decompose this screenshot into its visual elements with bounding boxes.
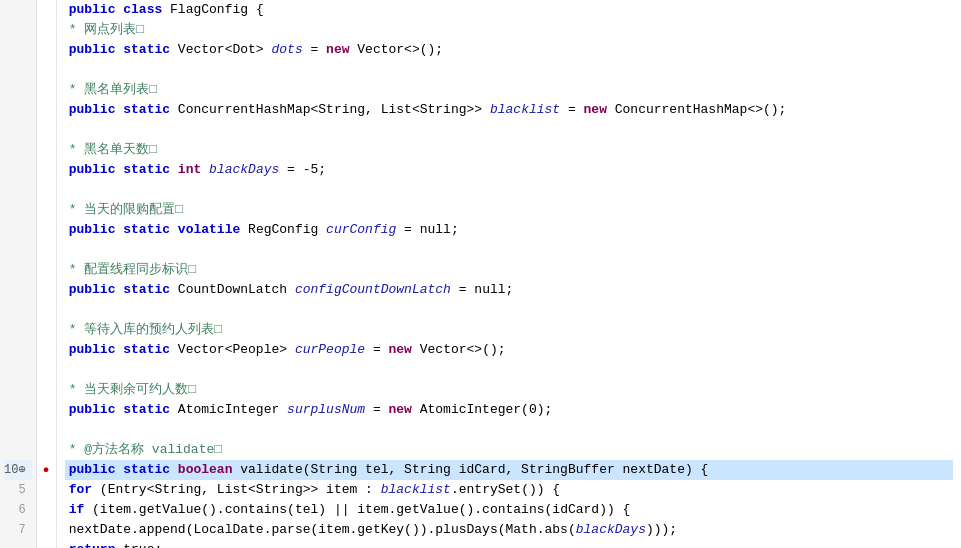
code-line: public static int blackDays = -5; bbox=[65, 160, 953, 180]
token-italic-blue: blacklist bbox=[381, 482, 451, 497]
line-marker bbox=[37, 200, 56, 220]
token-plain: = -5; bbox=[279, 162, 326, 177]
code-line bbox=[65, 120, 953, 140]
token-kw: static bbox=[123, 42, 178, 57]
token-plain: AtomicInteger(0); bbox=[412, 402, 552, 417]
token-kw: public bbox=[69, 162, 124, 177]
token-italic-blue: surplusNum bbox=[287, 402, 365, 417]
line-marker bbox=[37, 480, 56, 500]
line-numbers: 10⊕567 bbox=[0, 0, 37, 548]
code-line: if (item.getValue().contains(tel) || ite… bbox=[65, 500, 953, 520]
code-line: nextDate.append(LocalDate.parse(item.get… bbox=[65, 520, 953, 540]
token-kw: class bbox=[123, 2, 170, 17]
token-italic-blue: curPeople bbox=[295, 342, 365, 357]
token-kw: public bbox=[69, 102, 124, 117]
code-line: public static AtomicInteger surplusNum =… bbox=[65, 400, 953, 420]
token-plain: = bbox=[303, 42, 326, 57]
line-marker bbox=[37, 380, 56, 400]
line-number bbox=[4, 40, 32, 60]
token-italic-blue: curConfig bbox=[326, 222, 396, 237]
token-kw: return bbox=[69, 542, 116, 548]
line-number bbox=[4, 300, 32, 320]
line-number bbox=[4, 180, 32, 200]
code-line bbox=[65, 240, 953, 260]
code-line: public static Vector<Dot> dots = new Vec… bbox=[65, 40, 953, 60]
line-marker bbox=[37, 120, 56, 140]
token-plain: validate(String tel, String idCard, Stri… bbox=[232, 462, 708, 477]
token-plain: .entrySet()) { bbox=[451, 482, 560, 497]
token-kw2: new bbox=[389, 342, 412, 357]
line-marker bbox=[37, 220, 56, 240]
line-marker bbox=[37, 420, 56, 440]
line-markers: ● bbox=[37, 0, 57, 548]
code-line: * 黑名单天数□ bbox=[65, 140, 953, 160]
code-line bbox=[65, 420, 953, 440]
line-marker bbox=[37, 60, 56, 80]
line-marker bbox=[37, 500, 56, 520]
line-marker bbox=[37, 400, 56, 420]
token-plain: RegConfig bbox=[248, 222, 326, 237]
code-line: public static boolean validate(String te… bbox=[65, 460, 953, 480]
token-kw: static bbox=[123, 282, 178, 297]
code-line: * 网点列表□ bbox=[65, 20, 953, 40]
code-line bbox=[65, 300, 953, 320]
token-comment: * @方法名称 validate□ bbox=[69, 442, 222, 457]
line-number bbox=[4, 280, 32, 300]
token-plain: Vector<Dot> bbox=[178, 42, 272, 57]
token-plain: CountDownLatch bbox=[178, 282, 295, 297]
token-plain: (Entry<String, List<String>> item : bbox=[92, 482, 381, 497]
code-line: public static volatile RegConfig curConf… bbox=[65, 220, 953, 240]
token-kw: if bbox=[69, 502, 85, 517]
token-kw: for bbox=[69, 482, 92, 497]
token-plain: nextDate.append(LocalDate.parse(item.get… bbox=[69, 522, 576, 537]
line-number bbox=[4, 340, 32, 360]
token-plain: Vector<>(); bbox=[350, 42, 444, 57]
token-plain: Vector<People> bbox=[178, 342, 295, 357]
line-marker bbox=[37, 240, 56, 260]
token-plain: = bbox=[365, 402, 388, 417]
token-kw: static bbox=[123, 162, 178, 177]
line-marker bbox=[37, 280, 56, 300]
code-line: public static Vector<People> curPeople =… bbox=[65, 340, 953, 360]
code-line: public static ConcurrentHashMap<String, … bbox=[65, 100, 953, 120]
line-number bbox=[4, 260, 32, 280]
token-comment: * 配置线程同步标识□ bbox=[69, 262, 196, 277]
code-line: for (Entry<String, List<String>> item : … bbox=[65, 480, 953, 500]
line-marker bbox=[37, 160, 56, 180]
token-comment: * 等待入库的预约人列表□ bbox=[69, 322, 222, 337]
line-marker: ● bbox=[37, 460, 56, 480]
line-number: 5 bbox=[4, 480, 32, 500]
code-line: * 黑名单列表□ bbox=[65, 80, 953, 100]
line-number bbox=[4, 380, 32, 400]
token-plain: Vector<>(); bbox=[412, 342, 506, 357]
line-number: 10⊕ bbox=[4, 460, 32, 480]
line-number bbox=[4, 220, 32, 240]
token-comment: * 黑名单列表□ bbox=[69, 82, 157, 97]
token-plain: true; bbox=[115, 542, 162, 548]
token-plain: = null; bbox=[451, 282, 513, 297]
token-kw: public bbox=[69, 342, 124, 357]
token-kw: public bbox=[69, 402, 124, 417]
line-marker bbox=[37, 360, 56, 380]
line-marker bbox=[37, 140, 56, 160]
token-plain: = bbox=[365, 342, 388, 357]
token-plain: = bbox=[560, 102, 583, 117]
line-number bbox=[4, 120, 32, 140]
token-plain: (item.getValue().contains(tel) || item.g… bbox=[84, 502, 630, 517]
line-number bbox=[4, 540, 32, 548]
line-number bbox=[4, 0, 32, 20]
code-line: public class FlagConfig { bbox=[65, 0, 953, 20]
line-marker bbox=[37, 80, 56, 100]
code-line: return true; bbox=[65, 540, 953, 548]
token-comment: * 当天的限购配置□ bbox=[69, 202, 183, 217]
token-kw2: new bbox=[584, 102, 607, 117]
line-number bbox=[4, 20, 32, 40]
token-plain: = null; bbox=[396, 222, 458, 237]
line-marker bbox=[37, 520, 56, 540]
token-plain: ))); bbox=[646, 522, 677, 537]
line-marker bbox=[37, 540, 56, 548]
token-kw: static bbox=[123, 102, 178, 117]
token-kw: public bbox=[69, 222, 124, 237]
token-kw: static bbox=[123, 342, 178, 357]
code-line bbox=[65, 60, 953, 80]
